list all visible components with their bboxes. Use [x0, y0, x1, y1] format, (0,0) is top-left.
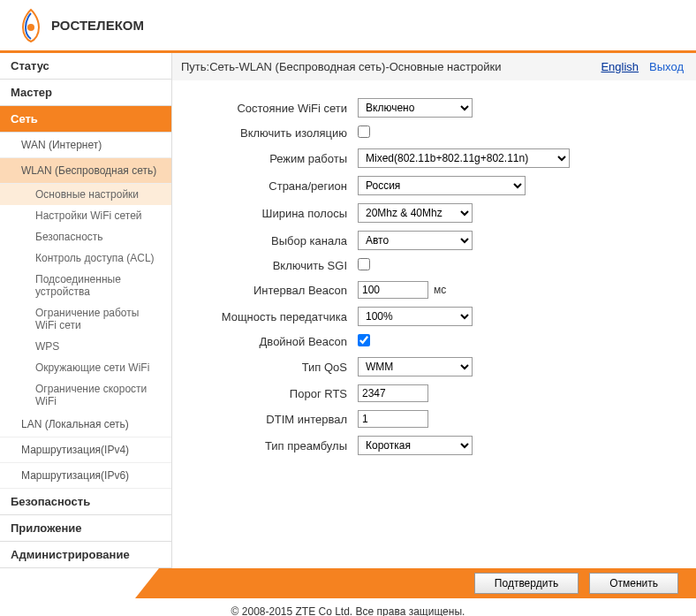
nav-security[interactable]: Безопасность	[0, 489, 171, 515]
mode-label: Режим работы	[199, 152, 358, 165]
nav-wan[interactable]: WAN (Интернет)	[0, 133, 171, 158]
nav-wlan-connected[interactable]: Подсоединенные устройства	[0, 269, 171, 302]
bandwidth-label: Ширина полосы	[199, 207, 358, 220]
channel-label: Выбор канала	[199, 234, 358, 247]
bandwidth-select[interactable]: 20Mhz & 40Mhz	[358, 203, 473, 223]
nav-wlan-security[interactable]: Безопасность	[0, 226, 171, 247]
nav-app[interactable]: Приложение	[0, 515, 171, 542]
nav-admin[interactable]: Администрирование	[0, 542, 171, 568]
qos-select[interactable]: WMM	[358, 357, 473, 376]
nav-wlan[interactable]: WLAN (Беспроводная сеть)	[0, 158, 171, 184]
country-label: Страна/регион	[199, 179, 358, 193]
submit-button[interactable]: Подтвердить	[474, 573, 579, 594]
wifi-state-label: Состояние WiFi сети	[199, 102, 358, 115]
logo-text: РОСТЕЛЕКОМ	[51, 18, 144, 33]
breadcrumb: Путь:Сеть-WLAN (Беспроводная сеть)-Основ…	[181, 60, 502, 73]
nav-wlan-wps[interactable]: WPS	[0, 336, 171, 357]
nav-wlan-speed[interactable]: Ограничение скорости WiFi	[0, 378, 171, 412]
power-select[interactable]: 100%	[358, 307, 473, 326]
wifi-state-select[interactable]: Включено	[358, 98, 473, 118]
mode-select[interactable]: Mixed(802.11b+802.11g+802.11n)	[358, 148, 570, 168]
english-link[interactable]: English	[601, 60, 639, 73]
isolation-label: Включить изоляцию	[199, 126, 358, 140]
nav-routing4[interactable]: Маршрутизация(IPv4)	[0, 437, 171, 463]
form-area: Состояние WiFi сети Включено Включить из…	[172, 80, 696, 481]
qos-label: Тип QoS	[199, 361, 358, 374]
isolation-checkbox[interactable]	[358, 125, 370, 138]
logo-icon	[18, 8, 44, 43]
preamble-label: Тип преамбулы	[199, 439, 358, 452]
nav-routing6[interactable]: Маршрутизация(IPv6)	[0, 463, 171, 489]
sidebar: Статус Мастер Сеть WAN (Интернет) WLAN (…	[0, 53, 172, 568]
dtim-input[interactable]	[358, 410, 428, 428]
svg-point-0	[27, 24, 34, 31]
cancel-button[interactable]: Отменить	[589, 573, 678, 594]
copyright: © 2008-2015 ZTE Co Ltd. Все права защище…	[0, 598, 696, 616]
double-beacon-checkbox[interactable]	[358, 334, 370, 346]
nav-network[interactable]: Сеть	[0, 106, 171, 133]
logo: РОСТЕЛЕКОМ	[18, 8, 144, 43]
beacon-label: Интервал Beacon	[199, 284, 358, 297]
sgi-label: Включить SGI	[199, 259, 358, 272]
double-beacon-label: Двойной Beacon	[199, 335, 358, 348]
country-select[interactable]: Россия	[358, 176, 526, 195]
power-label: Мощность передатчика	[199, 310, 358, 323]
sgi-checkbox[interactable]	[358, 258, 370, 270]
footer-bar: Подтвердить Отменить	[0, 568, 696, 598]
header: РОСТЕЛЕКОМ	[0, 0, 696, 53]
beacon-input[interactable]	[358, 281, 428, 299]
content: Путь:Сеть-WLAN (Беспроводная сеть)-Основ…	[172, 53, 696, 568]
rts-label: Порог RTS	[199, 387, 358, 400]
nav-master[interactable]: Мастер	[0, 80, 171, 106]
exit-link[interactable]: Выход	[649, 60, 684, 73]
preamble-select[interactable]: Короткая	[358, 436, 473, 455]
nav-status[interactable]: Статус	[0, 53, 171, 80]
rts-input[interactable]	[358, 384, 428, 402]
nav-wlan-surrounding[interactable]: Окружающие сети WiFi	[0, 357, 171, 378]
nav-wlan-wifi-settings[interactable]: Настройки WiFi сетей	[0, 205, 171, 226]
breadcrumb-bar: Путь:Сеть-WLAN (Беспроводная сеть)-Основ…	[172, 53, 696, 80]
nav-lan[interactable]: LAN (Локальная сеть)	[0, 412, 171, 437]
nav-wlan-limit[interactable]: Ограничение работы WiFi сети	[0, 302, 171, 336]
nav-wlan-basic[interactable]: Основные настройки	[0, 184, 171, 205]
beacon-unit: мс	[434, 284, 446, 296]
nav-wlan-acl[interactable]: Контроль доступа (ACL)	[0, 247, 171, 269]
channel-select[interactable]: Авто	[358, 231, 473, 250]
dtim-label: DTIM интервал	[199, 413, 358, 426]
